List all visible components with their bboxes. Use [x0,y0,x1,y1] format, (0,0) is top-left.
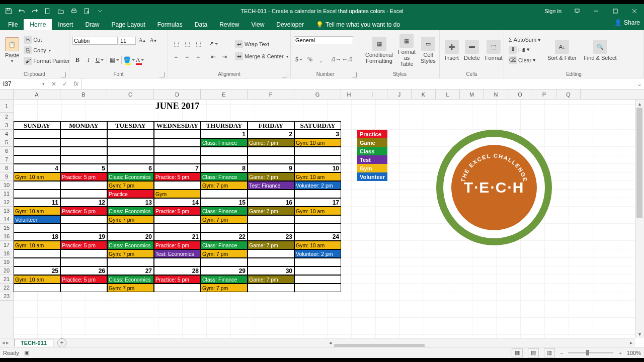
align-top-icon[interactable]: ⬚ [171,39,181,49]
cell[interactable]: WEDNESDAY [154,121,201,130]
cell[interactable]: 9 [248,164,294,172]
cell[interactable]: Game: 7 pm [248,275,294,284]
cell[interactable] [14,224,60,232]
cell[interactable] [60,130,107,138]
cell[interactable] [60,138,107,147]
cell[interactable]: Gym: 10 am [14,172,60,181]
cell[interactable] [14,155,60,164]
cell[interactable] [154,215,201,224]
cell[interactable]: Game: 7 pm [248,241,294,249]
cell[interactable]: Practice: 5 pm [154,275,201,284]
font-color-button[interactable]: A [135,55,145,65]
cell[interactable]: 5 [60,164,107,172]
cell[interactable]: Class: Finance [201,275,248,284]
column-header[interactable]: E [201,89,248,99]
row-header[interactable]: 15 [0,224,13,232]
cell[interactable]: Practice: 5 pm [60,241,107,249]
border-button[interactable]: ▦ [109,55,119,65]
cell[interactable] [14,249,60,258]
merge-center-button[interactable]: ⬌Merge & Center▾ [233,52,290,61]
cell[interactable] [60,215,107,224]
align-middle-icon[interactable]: ⬚ [182,39,192,49]
row-header[interactable]: 21 [0,275,13,284]
cell[interactable] [107,147,154,155]
cell[interactable]: 10 [294,164,341,172]
legend-item[interactable]: Test [357,155,387,164]
cell[interactable]: SUNDAY [14,121,60,130]
tab-file[interactable]: File [2,19,24,30]
cell[interactable] [154,130,201,138]
decrease-indent-icon[interactable]: ⇤ [208,52,218,62]
cell[interactable]: Gym: 10 am [14,241,60,249]
percent-format-icon[interactable]: % [305,54,315,64]
cell[interactable]: 15 [201,198,248,207]
cell[interactable]: 12 [60,198,107,207]
page-break-view-icon[interactable]: ▥ [544,348,555,357]
cell[interactable] [201,258,248,266]
column-header[interactable]: M [460,89,484,99]
tellme-search[interactable]: 💡 Tell me what you want to do [310,19,406,30]
cell[interactable] [60,224,107,232]
undo-icon[interactable] [16,6,27,17]
cell[interactable] [294,258,341,266]
cell[interactable] [201,147,248,155]
row-header[interactable]: 1 [0,100,13,113]
number-format-select[interactable] [294,36,353,44]
align-left-icon[interactable]: ≡ [171,52,181,62]
tab-data[interactable]: Data [189,19,213,30]
delete-cells-button[interactable]: ➖Delete [462,39,482,62]
row-header[interactable]: 5 [0,138,13,147]
cell[interactable]: Volunteer [14,215,60,224]
cell[interactable] [107,224,154,232]
cell[interactable] [60,190,107,198]
insert-cells-button[interactable]: ➕Insert [443,39,461,62]
paste-button[interactable]: 📋 Paste ▾ [3,36,21,65]
number-dialog-icon[interactable] [352,72,357,77]
cell[interactable] [14,284,60,292]
cell[interactable]: Practice: 5 pm [154,207,201,215]
cell[interactable] [248,147,294,155]
clear-button[interactable]: ⌫Clear ▾ [507,56,542,65]
cell[interactable]: Practice: 5 pm [60,275,107,284]
cell[interactable]: SATURDAY [294,121,341,130]
fx-icon[interactable]: fx [70,80,82,87]
cell[interactable]: Game: 7 pm [248,207,294,215]
row-header[interactable]: 10 [0,181,13,190]
cell[interactable]: Gym: 7 pm [107,181,154,190]
column-header[interactable]: B [60,89,107,99]
preview-icon[interactable] [82,6,93,17]
cell[interactable] [294,266,341,275]
row-header[interactable]: 18 [0,249,13,258]
cell[interactable]: 23 [248,232,294,241]
cell[interactable]: Gym: 10 am [294,207,341,215]
cell[interactable] [107,258,154,266]
legend-item[interactable]: Practice [357,130,387,138]
save-icon[interactable] [3,6,14,17]
legend-item[interactable]: Volunteer [357,172,387,181]
column-header[interactable]: L [436,89,460,99]
row-header[interactable]: 20 [0,266,13,275]
cell[interactable] [248,284,294,292]
cell[interactable] [154,224,201,232]
row-header[interactable]: 7 [0,155,13,164]
cell[interactable]: 28 [154,266,201,275]
cell[interactable] [294,224,341,232]
signin-link[interactable]: Sign in [538,8,568,14]
cell[interactable]: 29 [201,266,248,275]
align-right-icon[interactable]: ≡ [193,52,203,62]
font-size-select[interactable] [119,37,136,45]
enter-formula-icon[interactable]: ✓ [59,80,70,87]
cell[interactable] [248,224,294,232]
cell[interactable] [107,138,154,147]
tab-view[interactable]: View [246,19,271,30]
cell[interactable]: 17 [294,198,341,207]
cell[interactable] [107,130,154,138]
sort-filter-button[interactable]: A↓Sort & Filter [545,39,579,62]
cell[interactable]: 11 [14,198,60,207]
zoom-level[interactable]: 100% [627,350,641,356]
cell[interactable]: JUNE 2017 [14,100,341,113]
cell[interactable] [248,190,294,198]
copy-button[interactable]: ⎘Copy▾ [22,46,71,55]
column-header[interactable]: P [532,89,556,99]
share-button[interactable]: 👤 Share [614,19,640,26]
